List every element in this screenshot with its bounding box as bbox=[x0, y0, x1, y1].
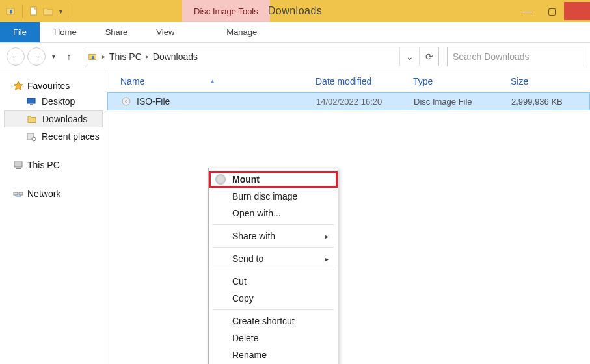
network-icon bbox=[13, 188, 23, 199]
search-placeholder: Search Downloads bbox=[453, 51, 530, 62]
svg-rect-4 bbox=[30, 104, 33, 105]
tab-share[interactable]: Share bbox=[91, 22, 142, 42]
context-menu-send-to[interactable]: Send to▸ bbox=[209, 250, 338, 267]
file-list: Name ▲ Date modified Type Size ISO-File … bbox=[107, 70, 590, 364]
sidebar-item-network[interactable]: Network bbox=[0, 186, 107, 202]
refresh-button[interactable]: ⟳ bbox=[419, 47, 438, 66]
column-header-size[interactable]: Size bbox=[511, 76, 589, 86]
quick-access-toolbar: ▾ bbox=[0, 5, 71, 18]
disc-image-icon bbox=[121, 96, 131, 107]
sidebar-item-label: This PC bbox=[27, 160, 60, 170]
context-menu-mount[interactable]: Mount bbox=[209, 171, 338, 188]
file-date: 14/02/2022 16:20 bbox=[316, 97, 414, 107]
address-bar[interactable]: ▸ This PC ▸ Downloads ⌄ ⟳ bbox=[85, 47, 439, 66]
svg-point-6 bbox=[32, 137, 36, 141]
tab-view[interactable]: View bbox=[142, 22, 189, 42]
sidebar-group-network: Network bbox=[0, 186, 107, 202]
breadcrumb-label: This PC bbox=[109, 51, 142, 62]
window-title: Downloads bbox=[268, 5, 323, 17]
context-menu-separator bbox=[213, 247, 334, 248]
window-controls: — ▢ bbox=[515, 2, 590, 20]
folder-down-icon bbox=[88, 51, 98, 62]
file-type: Disc Image File bbox=[414, 97, 511, 107]
context-menu-separator bbox=[213, 224, 334, 225]
svg-rect-3 bbox=[27, 98, 35, 103]
breadcrumb-label: Downloads bbox=[153, 51, 198, 62]
sidebar-item-desktop[interactable]: Desktop bbox=[0, 94, 107, 109]
svg-rect-1 bbox=[31, 7, 36, 15]
content-area: Favourites Desktop Downloads Recent plac… bbox=[0, 70, 590, 364]
chevron-right-icon[interactable]: ▸ bbox=[146, 53, 149, 60]
forward-button[interactable]: → bbox=[27, 47, 46, 66]
recent-locations-dropdown-icon[interactable]: ▾ bbox=[48, 47, 59, 66]
sidebar-item-label: Network bbox=[27, 188, 60, 199]
title-bar: ▾ Disc Image Tools Downloads — ▢ bbox=[0, 0, 590, 22]
context-menu-rename[interactable]: Rename bbox=[209, 346, 338, 363]
context-menu-share-with[interactable]: Share with▸ bbox=[209, 228, 338, 244]
svg-point-12 bbox=[126, 101, 127, 103]
file-size: 2,999,936 KB bbox=[511, 97, 589, 107]
qat-dropdown-icon[interactable]: ▾ bbox=[59, 8, 62, 15]
monitor-icon bbox=[26, 96, 36, 107]
search-input[interactable]: Search Downloads bbox=[447, 47, 583, 66]
chevron-right-icon[interactable]: ▸ bbox=[102, 53, 105, 60]
sidebar-item-label: Recent places bbox=[42, 131, 100, 142]
sidebar-group-this-pc: This PC bbox=[0, 157, 107, 173]
chevron-right-icon: ▸ bbox=[325, 255, 329, 263]
navigation-bar: ← → ▾ ↑ ▸ This PC ▸ Downloads ⌄ ⟳ Search… bbox=[0, 43, 590, 70]
context-menu-copy[interactable]: Copy bbox=[209, 290, 338, 307]
computer-icon bbox=[13, 160, 23, 170]
navigation-pane: Favourites Desktop Downloads Recent plac… bbox=[0, 70, 107, 364]
file-name: ISO-File bbox=[137, 96, 170, 107]
sidebar-item-downloads[interactable]: Downloads bbox=[4, 110, 103, 127]
sidebar-group-header[interactable]: Favourites bbox=[0, 78, 107, 94]
svg-rect-10 bbox=[19, 192, 23, 195]
column-header-type[interactable]: Type bbox=[413, 76, 511, 86]
star-icon bbox=[13, 81, 23, 91]
new-file-icon[interactable] bbox=[28, 5, 40, 17]
chevron-right-icon: ▸ bbox=[325, 233, 329, 240]
svg-rect-9 bbox=[14, 192, 18, 195]
sidebar-item-recent-places[interactable]: Recent places bbox=[0, 129, 107, 144]
tab-home[interactable]: Home bbox=[40, 22, 91, 42]
file-tab[interactable]: File bbox=[0, 22, 40, 42]
column-headers: Name ▲ Date modified Type Size bbox=[107, 70, 590, 92]
sidebar-group-favourites: Favourites Desktop Downloads Recent plac… bbox=[0, 78, 107, 144]
sidebar-group-label: Favourites bbox=[27, 81, 70, 91]
back-button[interactable]: ← bbox=[7, 47, 25, 66]
column-header-date[interactable]: Date modified bbox=[315, 76, 413, 86]
contextual-tab-label[interactable]: Disc Image Tools bbox=[182, 0, 270, 22]
folder-down-icon bbox=[27, 114, 37, 124]
folder-down-icon[interactable] bbox=[5, 5, 17, 17]
context-menu-create-shortcut[interactable]: Create shortcut bbox=[209, 313, 338, 330]
sidebar-item-label: Desktop bbox=[42, 96, 75, 107]
ribbon-tabs: File Home Share View Manage bbox=[0, 22, 590, 43]
sidebar-item-label: Downloads bbox=[42, 114, 87, 124]
context-menu-open-with[interactable]: Open with... bbox=[209, 205, 338, 222]
tab-manage[interactable]: Manage bbox=[212, 22, 271, 42]
svg-rect-7 bbox=[14, 162, 22, 167]
maximize-button[interactable]: ▢ bbox=[539, 2, 564, 20]
file-row[interactable]: ISO-File 14/02/2022 16:20 Disc Image Fil… bbox=[107, 92, 590, 110]
svg-rect-8 bbox=[16, 168, 21, 169]
close-button[interactable] bbox=[564, 2, 590, 20]
sort-ascending-icon: ▲ bbox=[209, 78, 215, 84]
breadcrumb-segment[interactable]: Downloads bbox=[153, 51, 198, 62]
context-menu-cut[interactable]: Cut bbox=[209, 273, 338, 290]
sidebar-item-this-pc[interactable]: This PC bbox=[0, 157, 107, 173]
column-header-name[interactable]: Name ▲ bbox=[120, 76, 315, 86]
recent-icon bbox=[26, 131, 36, 142]
up-button[interactable]: ↑ bbox=[61, 51, 77, 62]
minimize-button[interactable]: — bbox=[515, 2, 539, 20]
context-menu-separator bbox=[213, 309, 334, 310]
context-menu-burn-disc-image[interactable]: Burn disc image bbox=[209, 188, 338, 205]
context-menu-separator bbox=[213, 270, 334, 270]
breadcrumb-segment[interactable]: This PC ▸ bbox=[109, 51, 149, 62]
context-menu-delete[interactable]: Delete bbox=[209, 330, 338, 346]
address-dropdown-icon[interactable]: ⌄ bbox=[399, 47, 419, 66]
context-menu: Mount Burn disc image Open with... Share… bbox=[208, 168, 338, 364]
folder-icon[interactable] bbox=[42, 5, 54, 17]
